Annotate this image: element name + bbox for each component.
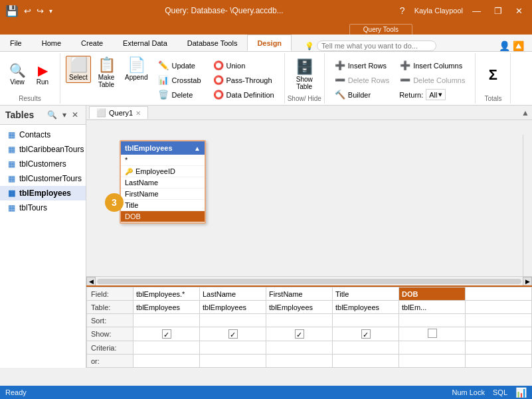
user-account-icon[interactable]: 👤 bbox=[499, 40, 510, 51]
tab-file[interactable]: File bbox=[0, 35, 32, 51]
scroll-left-button[interactable]: ◀ bbox=[86, 277, 96, 286]
tab-design[interactable]: Design bbox=[247, 35, 292, 51]
grid-cell-field-1[interactable]: tblEmployees.* bbox=[133, 287, 200, 301]
restore-button[interactable]: ❐ bbox=[490, 5, 506, 17]
grid-cell-field-3[interactable]: FirstName bbox=[266, 287, 333, 301]
minimize-button[interactable]: — bbox=[468, 5, 485, 17]
checkbox-1[interactable]: ✓ bbox=[162, 329, 171, 339]
run-button[interactable]: ▶ Run bbox=[31, 62, 54, 88]
grid-cell-show-3[interactable]: ✓ bbox=[266, 327, 333, 341]
grid-cell-criteria-3[interactable] bbox=[266, 341, 333, 355]
insert-columns-button[interactable]: ➕ Insert Columns bbox=[397, 58, 468, 72]
grid-cell-sort-4[interactable] bbox=[333, 314, 399, 327]
builder-button[interactable]: 🔨 Builder bbox=[331, 88, 393, 102]
grid-cell-table-5[interactable]: tblEm... bbox=[399, 301, 466, 314]
return-dropdown[interactable]: All ▾ bbox=[426, 89, 446, 100]
checkbox-2[interactable]: ✓ bbox=[228, 329, 238, 339]
query1-tab[interactable]: ⬜ Query1 ✕ bbox=[89, 106, 148, 119]
grid-cell-criteria-5[interactable] bbox=[399, 341, 466, 355]
grid-cell-criteria-1[interactable] bbox=[133, 341, 200, 355]
help-button[interactable]: ? bbox=[396, 4, 409, 17]
checkbox-4[interactable]: ✓ bbox=[361, 329, 371, 339]
grid-cell-table-2[interactable]: tblEmployees bbox=[200, 301, 266, 314]
pass-through-button[interactable]: ⭕ Pass-Through bbox=[210, 73, 278, 87]
union-button[interactable]: ⭕ Union bbox=[210, 58, 278, 72]
delete-columns-button[interactable]: ➖ Delete Columns bbox=[397, 73, 468, 87]
select-button[interactable]: ⬜ Select bbox=[66, 56, 91, 83]
scroll-right-button[interactable]: ▶ bbox=[523, 277, 532, 286]
grid-cell-field-extra[interactable] bbox=[466, 287, 532, 301]
grid-cell-show-5[interactable] bbox=[399, 327, 466, 341]
update-button[interactable]: ✏️ Update bbox=[155, 58, 204, 72]
insert-rows-button[interactable]: ➕ Insert Rows bbox=[331, 58, 393, 72]
grid-cell-field-5[interactable]: DOB bbox=[399, 287, 466, 301]
grid-cell-or-5[interactable] bbox=[399, 355, 466, 368]
vertical-scrollbar[interactable] bbox=[523, 135, 532, 276]
sidebar-item-employees[interactable]: ▦ tblEmployees bbox=[0, 186, 86, 200]
grid-cell-table-4[interactable]: tblEmployees bbox=[333, 301, 399, 314]
grid-cell-sort-3[interactable] bbox=[266, 314, 333, 327]
tab-external-data[interactable]: External Data bbox=[113, 35, 177, 51]
sidebar-item-tours[interactable]: ▦ tblTours bbox=[0, 200, 86, 215]
field-dob[interactable]: DOB bbox=[121, 211, 205, 222]
grid-cell-or-2[interactable] bbox=[200, 355, 266, 368]
grid-cell-show-1[interactable]: ✓ bbox=[133, 327, 200, 341]
crosstab-button[interactable]: 📊 Crosstab bbox=[155, 73, 204, 87]
tab-database-tools[interactable]: Database Tools bbox=[177, 35, 248, 51]
grid-cell-show-4[interactable]: ✓ bbox=[333, 327, 399, 341]
field-firstname[interactable]: FirstName bbox=[121, 189, 205, 200]
grid-cell-criteria-2[interactable] bbox=[200, 341, 266, 355]
totals-button[interactable]: Σ bbox=[481, 66, 505, 84]
grid-cell-or-1[interactable] bbox=[133, 355, 200, 368]
close-query-tab[interactable]: ✕ bbox=[135, 110, 141, 117]
sidebar-item-customers[interactable]: ▦ tblCustomers bbox=[0, 157, 86, 171]
grid-cell-table-extra[interactable] bbox=[466, 301, 532, 314]
grid-cell-field-4[interactable]: Title bbox=[333, 287, 399, 301]
grid-cell-sort-2[interactable] bbox=[200, 314, 266, 327]
undo-btn[interactable]: ↩ bbox=[24, 6, 31, 16]
grid-cell-table-3[interactable]: tblEmployees bbox=[266, 301, 333, 314]
grid-cell-field-2[interactable]: LastName bbox=[200, 287, 266, 301]
checkbox-5[interactable] bbox=[428, 329, 437, 338]
data-definition-button[interactable]: ⭕ Data Definition bbox=[210, 88, 278, 102]
close-button[interactable]: ✕ bbox=[511, 5, 527, 17]
field-lastname[interactable]: LastName bbox=[121, 177, 205, 189]
grid-cell-show-extra[interactable] bbox=[466, 327, 532, 341]
field-star[interactable]: * bbox=[121, 155, 205, 166]
delete-button[interactable]: 🗑️ Delete bbox=[155, 88, 204, 102]
tell-me-input[interactable] bbox=[317, 40, 436, 51]
grid-cell-show-2[interactable]: ✓ bbox=[200, 327, 266, 341]
sidebar-menu-button[interactable]: ▾ bbox=[60, 110, 68, 120]
delete-rows-button[interactable]: ➖ Delete Rows bbox=[331, 73, 393, 87]
ribbon-minimize-icon[interactable]: 🔼 bbox=[513, 40, 524, 51]
grid-cell-sort-5[interactable] bbox=[399, 314, 466, 327]
grid-cell-sort-1[interactable] bbox=[133, 314, 200, 327]
grid-cell-sort-extra[interactable] bbox=[466, 314, 532, 327]
field-title[interactable]: Title bbox=[121, 200, 205, 211]
append-button[interactable]: 📄 Append bbox=[122, 56, 151, 83]
grid-cell-criteria-extra[interactable] bbox=[466, 341, 532, 355]
view-button[interactable]: 🔍 View bbox=[5, 62, 29, 88]
tab-create[interactable]: Create bbox=[71, 35, 113, 51]
sidebar-item-contacts[interactable]: ▦ Contacts bbox=[0, 127, 86, 142]
grid-cell-table-1[interactable]: tblEmployees bbox=[133, 301, 200, 314]
tab-home[interactable]: Home bbox=[32, 35, 71, 51]
grid-cell-criteria-4[interactable] bbox=[333, 341, 399, 355]
grid-cell-or-extra[interactable] bbox=[466, 355, 532, 368]
grid-cell-or-3[interactable] bbox=[266, 355, 333, 368]
sidebar-item-customer-tours[interactable]: ▦ tblCustomerTours bbox=[0, 171, 86, 186]
grid-cell-or-4[interactable] bbox=[333, 355, 399, 368]
checkbox-3[interactable]: ✓ bbox=[295, 329, 304, 339]
sidebar-close-button[interactable]: ✕ bbox=[70, 110, 80, 120]
collapse-pane-button[interactable]: ▲ bbox=[521, 108, 529, 118]
horizontal-scrollbar[interactable]: ◀ ▶ bbox=[86, 276, 532, 285]
show-table-button[interactable]: 🗄️ Show Table bbox=[292, 58, 317, 92]
sidebar-item-caribbean-tours[interactable]: ▦ tblCaribbeanTours bbox=[0, 142, 86, 157]
make-table-button[interactable]: 📋 Make Table bbox=[94, 56, 119, 90]
save-icon[interactable]: 💾 bbox=[5, 5, 19, 17]
field-employeeid[interactable]: 🔑 EmployeeID bbox=[121, 166, 205, 177]
status-icon[interactable]: 📊 bbox=[515, 387, 527, 398]
sidebar-search-button[interactable]: 🔍 bbox=[45, 110, 59, 120]
table-box-scrollup[interactable]: ▲ bbox=[194, 145, 201, 152]
redo-btn[interactable]: ↪ bbox=[37, 6, 44, 16]
